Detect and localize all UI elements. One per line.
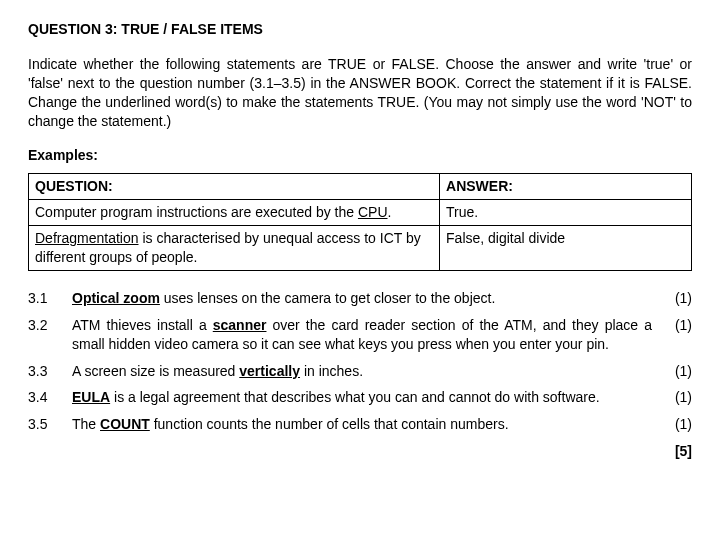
question-number: 3.1 bbox=[28, 289, 72, 308]
total-marks: [5] bbox=[28, 442, 692, 461]
question-number: 3.2 bbox=[28, 316, 72, 335]
example-question-cell: Defragmentation is characterised by uneq… bbox=[29, 226, 440, 271]
question-text: The COUNT function counts the number of … bbox=[72, 415, 662, 434]
question-text: ATM thieves install a scanner over the c… bbox=[72, 316, 662, 354]
text-fragment: The bbox=[72, 416, 100, 432]
question-row: 3.4 EULA is a legal agreement that descr… bbox=[28, 388, 692, 407]
text-fragment: in inches. bbox=[300, 363, 363, 379]
question-marks: (1) bbox=[662, 362, 692, 381]
example-question-cell: Computer program instructions are execut… bbox=[29, 200, 440, 226]
table-row: Defragmentation is characterised by uneq… bbox=[29, 226, 692, 271]
text-fragment: uses lenses on the camera to get closer … bbox=[160, 290, 495, 306]
text-fragment: . bbox=[388, 204, 392, 220]
text-fragment: ATM thieves install a bbox=[72, 317, 213, 333]
table-header-answer: ANSWER: bbox=[440, 174, 692, 200]
underlined-term: CPU bbox=[358, 204, 388, 220]
underlined-term: COUNT bbox=[100, 416, 150, 432]
question-row: 3.3 A screen size is measured vertically… bbox=[28, 362, 692, 381]
question-title: QUESTION 3: TRUE / FALSE ITEMS bbox=[28, 20, 692, 39]
question-text: A screen size is measured vertically in … bbox=[72, 362, 662, 381]
instructions-text: Indicate whether the following statement… bbox=[28, 55, 692, 131]
question-marks: (1) bbox=[662, 289, 692, 308]
underlined-term: EULA bbox=[72, 389, 110, 405]
underlined-term: Optical zoom bbox=[72, 290, 160, 306]
question-text: Optical zoom uses lenses on the camera t… bbox=[72, 289, 662, 308]
question-row: 3.2 ATM thieves install a scanner over t… bbox=[28, 316, 692, 354]
question-marks: (1) bbox=[662, 316, 692, 335]
underlined-term: scanner bbox=[213, 317, 267, 333]
question-row: 3.5 The COUNT function counts the number… bbox=[28, 415, 692, 434]
text-fragment: A screen size is measured bbox=[72, 363, 239, 379]
question-number: 3.5 bbox=[28, 415, 72, 434]
example-answer-cell: False, digital divide bbox=[440, 226, 692, 271]
question-row: 3.1 Optical zoom uses lenses on the came… bbox=[28, 289, 692, 308]
question-marks: (1) bbox=[662, 415, 692, 434]
table-header-question: QUESTION: bbox=[29, 174, 440, 200]
question-text: EULA is a legal agreement that describes… bbox=[72, 388, 662, 407]
underlined-term: vertically bbox=[239, 363, 300, 379]
question-number: 3.4 bbox=[28, 388, 72, 407]
table-row: Computer program instructions are execut… bbox=[29, 200, 692, 226]
underlined-term: Defragmentation bbox=[35, 230, 139, 246]
text-fragment: Computer program instructions are execut… bbox=[35, 204, 358, 220]
examples-label: Examples: bbox=[28, 146, 692, 165]
question-number: 3.3 bbox=[28, 362, 72, 381]
text-fragment: is a legal agreement that describes what… bbox=[110, 389, 600, 405]
example-answer-cell: True. bbox=[440, 200, 692, 226]
text-fragment: function counts the number of cells that… bbox=[150, 416, 509, 432]
examples-table: QUESTION: ANSWER: Computer program instr… bbox=[28, 173, 692, 271]
question-marks: (1) bbox=[662, 388, 692, 407]
